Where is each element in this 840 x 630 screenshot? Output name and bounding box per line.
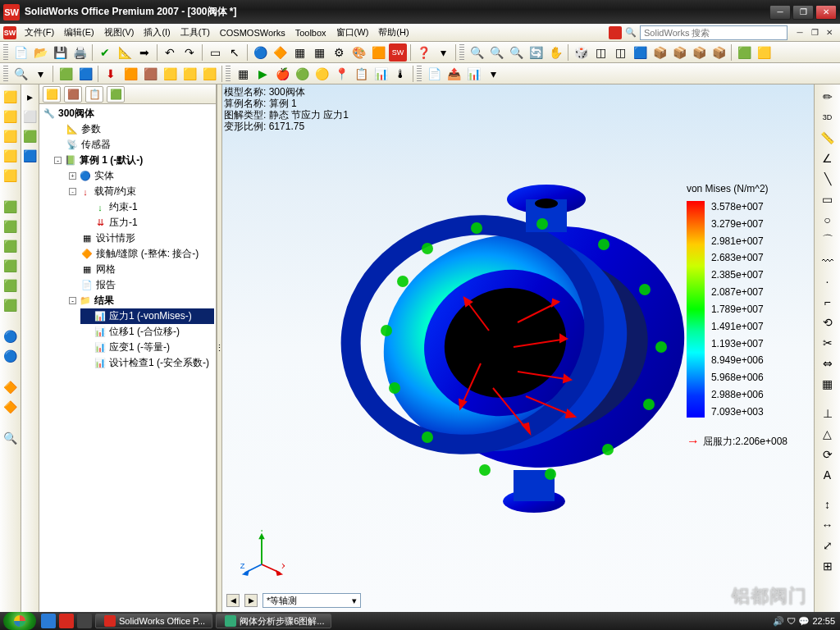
- mdi-restore-button[interactable]: ❐: [807, 26, 822, 39]
- ql-sw-icon[interactable]: [59, 614, 74, 628]
- zoom-area-button[interactable]: 🔍: [487, 43, 505, 62]
- rebuild-button[interactable]: 🔵: [251, 43, 269, 62]
- appearance-button[interactable]: 🟨: [755, 43, 773, 62]
- menu-edit[interactable]: 编辑(E): [59, 25, 99, 40]
- lt-icon-2[interactable]: 🟩: [21, 127, 39, 145]
- tab-config[interactable]: 📋: [85, 86, 103, 103]
- expand-icon[interactable]: -: [69, 188, 76, 195]
- tab-cosmos[interactable]: 🟩: [107, 86, 125, 103]
- save-button[interactable]: 💾: [51, 43, 69, 62]
- ref-axis-icon[interactable]: 🔶: [2, 398, 20, 416]
- tree-node[interactable]: 🔶接触/缝隙 (-整体: 接合-): [67, 246, 214, 262]
- expand-icon[interactable]: -: [69, 297, 76, 304]
- tree-node[interactable]: -↓载荷/约束: [67, 184, 214, 199]
- material-button[interactable]: 🟧: [369, 43, 387, 62]
- mdi-close-button[interactable]: ✕: [822, 26, 837, 39]
- list-btn[interactable]: 📋: [352, 65, 370, 83]
- sketch-line-icon[interactable]: 🟩: [2, 198, 20, 216]
- zoom-inout-button[interactable]: 🔍: [507, 43, 525, 62]
- section-view-button[interactable]: 📦: [690, 43, 708, 62]
- open-button[interactable]: 📂: [31, 43, 49, 62]
- more-btn[interactable]: ▾: [484, 65, 502, 83]
- vp-scroll-right[interactable]: ▶: [244, 594, 258, 607]
- minimize-button[interactable]: ─: [769, 5, 791, 20]
- orient-button[interactable]: 🎲: [572, 43, 590, 62]
- report-btn[interactable]: 📄: [425, 65, 443, 83]
- rt-ext2-icon[interactable]: △: [819, 425, 837, 443]
- tree-node[interactable]: ↓约束-1: [80, 199, 214, 215]
- menu-cosmos[interactable]: COSMOSWorks: [215, 26, 290, 39]
- feat-revolve-icon[interactable]: 🟨: [2, 127, 20, 145]
- rt-rel-icon[interactable]: ∠: [819, 149, 837, 167]
- tree-node[interactable]: 📄报告: [67, 277, 214, 293]
- viewport-3d[interactable]: 模型名称: 300阀体 算例名称: 算例 1 图解类型: 静态 节应力 应力1 …: [222, 84, 814, 612]
- tree-node[interactable]: ▦设计情形: [67, 231, 214, 246]
- torque-btn[interactable]: 🟨: [161, 65, 179, 83]
- force-btn[interactable]: 🟫: [141, 65, 159, 83]
- rt-rect-icon[interactable]: ▭: [819, 190, 837, 208]
- tree-node[interactable]: 📡传感器: [52, 137, 214, 153]
- rt-circle-icon[interactable]: ○: [819, 211, 837, 229]
- tray-icon[interactable]: 🛡: [787, 616, 796, 626]
- centrifugal-btn[interactable]: 🟨: [200, 65, 218, 83]
- pressure-btn[interactable]: 🟧: [121, 65, 139, 83]
- tray-icon[interactable]: 💬: [798, 616, 810, 627]
- print-button[interactable]: 🖨️: [71, 43, 89, 62]
- sketch-fillet-icon[interactable]: 🟩: [2, 276, 20, 294]
- gravity-btn[interactable]: 🟨: [180, 65, 199, 83]
- rt-grid-icon[interactable]: ▦: [819, 375, 837, 393]
- rt-dim-icon[interactable]: 📏: [819, 129, 837, 147]
- ql-ie-icon[interactable]: [41, 614, 56, 628]
- advisor-button[interactable]: 🔍: [11, 65, 30, 83]
- pan-button[interactable]: ✋: [546, 43, 564, 62]
- rt-line-icon[interactable]: ╲: [819, 170, 837, 188]
- sketch-circle-icon[interactable]: 🟩: [2, 237, 20, 255]
- toolbar-handle-5[interactable]: [417, 66, 422, 82]
- tool-button[interactable]: 🔶: [271, 43, 289, 62]
- scene-button[interactable]: 🟩: [735, 43, 753, 62]
- menu-view[interactable]: 视图(V): [99, 25, 139, 40]
- sketch-dim-icon[interactable]: 🟩: [2, 296, 20, 314]
- rotate-button[interactable]: 🔄: [527, 43, 545, 62]
- menu-tools[interactable]: 工具(T): [176, 25, 215, 40]
- rt-3dsketch-icon[interactable]: 3D: [819, 108, 837, 126]
- zoom-sel-icon[interactable]: 🔍: [2, 429, 20, 447]
- tree-node[interactable]: 📊设计检查1 (-安全系数-): [80, 355, 214, 371]
- tree-node[interactable]: ▦网格: [67, 262, 214, 277]
- tree-node[interactable]: -📗算例 1 (-默认-): [52, 153, 214, 168]
- toolbar-handle-2[interactable]: [459, 44, 464, 61]
- toolbar-handle-4[interactable]: [226, 66, 231, 82]
- rt-point-icon[interactable]: ·: [819, 272, 837, 290]
- shadow-button[interactable]: 📦: [670, 43, 688, 62]
- view-orientation-select[interactable]: *等轴测▾: [262, 593, 361, 608]
- fixture-btn[interactable]: 🟦: [76, 65, 94, 83]
- mirror-icon[interactable]: 🔵: [2, 347, 20, 365]
- tree-node[interactable]: 📊位移1 (-合位移-): [80, 324, 214, 340]
- rt-fillet-icon[interactable]: ⌐: [819, 293, 837, 311]
- toolbar-handle[interactable]: [3, 44, 8, 61]
- ref-plane-icon[interactable]: 🔶: [2, 378, 20, 396]
- result2-btn[interactable]: 🟢: [293, 65, 311, 83]
- start-button[interactable]: [3, 612, 36, 630]
- section-button[interactable]: 📐: [116, 43, 134, 62]
- temp-btn[interactable]: 🌡: [391, 65, 409, 83]
- feature-tree[interactable]: 🔧 300阀体 📐参数📡传感器-📗算例 1 (-默认-)+🔵实体-↓载荷/约束↓…: [39, 104, 216, 612]
- rt-arc-icon[interactable]: ⌒: [819, 231, 837, 249]
- select-button[interactable]: ▭: [206, 43, 224, 62]
- redo-button[interactable]: ↷: [180, 43, 199, 62]
- menu-window[interactable]: 窗口(W): [331, 25, 374, 40]
- rt-sketch-icon[interactable]: ✏: [819, 88, 837, 106]
- rt-trim-icon[interactable]: ✂: [819, 334, 837, 352]
- tree-node[interactable]: -📁结果: [67, 293, 214, 308]
- options-button[interactable]: ⚙: [330, 43, 348, 62]
- tree-node[interactable]: ⇊压力-1: [80, 215, 214, 231]
- dropdown-button[interactable]: ▾: [434, 43, 452, 62]
- rt-mirror-icon[interactable]: ⇔: [819, 354, 837, 372]
- load-btn[interactable]: ⬇: [102, 65, 120, 83]
- result3-btn[interactable]: 🟡: [313, 65, 331, 83]
- export-btn[interactable]: 📤: [445, 65, 463, 83]
- result1-btn[interactable]: 🍎: [273, 65, 291, 83]
- menu-toolbox[interactable]: Toolbox: [290, 26, 331, 39]
- rt-spline-icon[interactable]: 〰: [819, 252, 837, 270]
- expand-icon[interactable]: +: [69, 172, 76, 180]
